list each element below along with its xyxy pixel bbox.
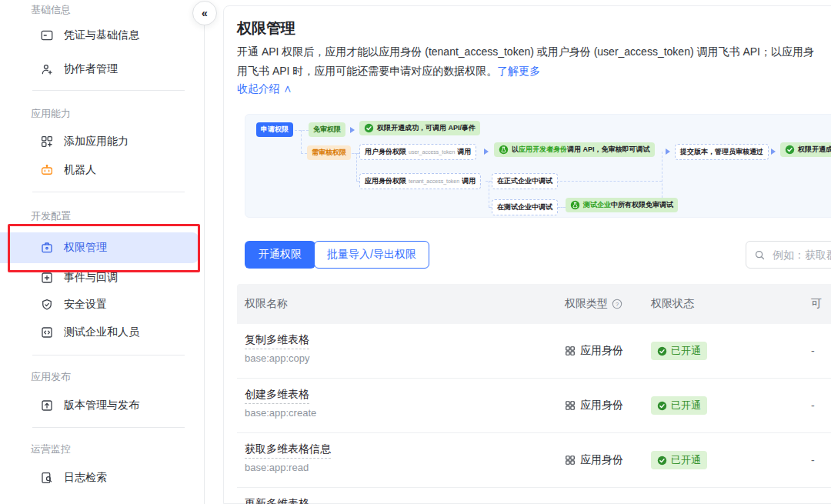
collapse-intro-link[interactable]: 收起介绍 ∧ bbox=[237, 82, 292, 96]
status-badge: 已开通 bbox=[651, 342, 707, 360]
connector bbox=[558, 207, 566, 208]
table-row: 获取多维表格信息 base:app:read 应用身份 已开通 - bbox=[237, 433, 831, 488]
sidebar-item-log-search[interactable]: 日志检索 bbox=[0, 462, 199, 493]
svg-text:?: ? bbox=[616, 301, 619, 308]
column-header-status: 权限状态 bbox=[651, 297, 694, 311]
sidebar-border bbox=[204, 23, 205, 504]
permission-search-box[interactable] bbox=[746, 241, 831, 269]
permission-flow-diagram: 申请权限 免审权限 权限开通成功，可调用 API/事件 需审核权限 用户身份权限… bbox=[245, 114, 831, 218]
sidebar-collapse-button[interactable]: « bbox=[192, 1, 217, 25]
sidebar-divider bbox=[32, 427, 185, 428]
arrow-right-icon bbox=[484, 149, 489, 155]
robot-icon bbox=[40, 163, 54, 177]
grid-add-icon bbox=[40, 135, 54, 149]
publish-up-icon bbox=[40, 399, 54, 412]
log-search-icon bbox=[40, 471, 54, 485]
check-circle-icon bbox=[657, 346, 667, 356]
table-row: 复制多维表格 base:app:copy 应用身份 已开通 - bbox=[237, 324, 831, 379]
sidebar-section-release: 应用发布 bbox=[31, 370, 71, 384]
arrow-right-icon bbox=[666, 149, 670, 155]
search-input[interactable] bbox=[771, 248, 831, 262]
check-circle-icon bbox=[364, 123, 374, 133]
diagram-node-formal-debug: 在正式企业中调试 bbox=[492, 173, 558, 189]
flask-circle-icon bbox=[499, 145, 509, 155]
sidebar-divider bbox=[32, 355, 185, 355]
intro-line-2: 用飞书 API 时，应用可能还需要申请对应的数据权限。了解更多 bbox=[237, 65, 540, 78]
permission-name-cell: 更新多维表格 bbox=[245, 496, 309, 504]
sidebar-item-label: 测试企业和人员 bbox=[64, 325, 139, 339]
permission-table: 复制多维表格 base:app:copy 应用身份 已开通 - 创建多维表格 b… bbox=[237, 324, 831, 504]
status-badge: 已开通 bbox=[651, 451, 707, 469]
square-plus-icon bbox=[40, 271, 54, 285]
table-header: 权限名称 权限类型 ? 权限状态 可 bbox=[237, 284, 831, 324]
permission-name[interactable]: 复制多维表格 bbox=[245, 333, 309, 349]
check-circle-icon bbox=[785, 145, 795, 155]
code-square-icon bbox=[40, 325, 54, 339]
table-row: 创建多维表格 base:app:create 应用身份 已开通 - bbox=[237, 379, 831, 433]
permission-code: base:app:read bbox=[245, 462, 331, 473]
credential-card-icon bbox=[40, 28, 54, 42]
permission-name-cell: 获取多维表格信息 base:app:read bbox=[245, 442, 331, 473]
diagram-node-apply: 申请权限 bbox=[256, 122, 293, 137]
permission-name[interactable]: 获取多维表格信息 bbox=[245, 442, 331, 459]
diagram-node-success: 权限开通成功，可调用 API/事件 bbox=[359, 121, 480, 135]
app-identity-grid-icon bbox=[565, 400, 576, 411]
sidebar-item-security-settings[interactable]: 安全设置 bbox=[0, 289, 199, 320]
learn-more-link[interactable]: 了解更多 bbox=[497, 65, 540, 77]
column-header-name: 权限名称 bbox=[245, 297, 288, 311]
connector bbox=[356, 153, 357, 181]
sidebar-section-basic-info: 基础信息 bbox=[31, 3, 71, 17]
diagram-node-no-review: 免审权限 bbox=[309, 122, 345, 137]
sidebar-item-label: 添加应用能力 bbox=[64, 135, 128, 149]
collapse-chevrons-icon: « bbox=[202, 7, 208, 19]
permission-code: base:app:copy bbox=[245, 352, 310, 364]
sidebar-item-label: 协作者管理 bbox=[64, 62, 118, 76]
permission-type-cell: 应用身份 bbox=[565, 379, 623, 432]
sidebar-item-test-company[interactable]: 测试企业和人员 bbox=[0, 317, 199, 348]
sidebar-item-credentials[interactable]: 凭证与基础信息 bbox=[0, 20, 199, 51]
chevron-up-icon: ∧ bbox=[283, 82, 292, 95]
sidebar-item-label: 安全设置 bbox=[64, 298, 107, 312]
shield-check-icon bbox=[40, 298, 54, 312]
page-title: 权限管理 bbox=[237, 18, 295, 38]
connector bbox=[489, 181, 489, 207]
permission-type-cell: 应用身份 bbox=[565, 324, 623, 378]
app-identity-grid-icon bbox=[565, 345, 576, 356]
sidebar-item-collaborators[interactable]: 协作者管理 bbox=[0, 54, 199, 85]
batch-import-export-button[interactable]: 批量导入/导出权限 bbox=[314, 241, 429, 269]
diagram-node-success-2: 权限开通成功，可调用 A bbox=[780, 142, 831, 157]
sidebar-item-label: 机器人 bbox=[64, 163, 96, 177]
permission-status-cell: 已开通 bbox=[651, 324, 707, 378]
permission-name-cell: 复制多维表格 base:app:copy bbox=[245, 332, 310, 364]
sidebar-section-capabilities: 应用能力 bbox=[31, 107, 71, 121]
permission-status-cell: 已开通 bbox=[651, 379, 707, 432]
diagram-node-test-success: 测试企业中所有权限免审调试 bbox=[566, 198, 678, 212]
check-circle-icon bbox=[657, 401, 667, 411]
permission-scope-cell: - bbox=[811, 433, 815, 487]
check-circle-icon bbox=[657, 456, 667, 466]
diagram-node-user-permission: 用户身份权限user_access_token调用 bbox=[359, 144, 476, 160]
connector bbox=[352, 153, 359, 154]
column-header-type: 权限类型 ? bbox=[565, 297, 622, 311]
permission-status-cell: 已开通 bbox=[651, 488, 707, 504]
connector bbox=[295, 130, 309, 131]
connector bbox=[662, 152, 662, 198]
sidebar-item-add-capability[interactable]: 添加应用能力 bbox=[0, 126, 199, 157]
open-permission-button[interactable]: 开通权限 bbox=[245, 241, 315, 269]
sidebar-item-version-release[interactable]: 版本管理与发布 bbox=[0, 390, 199, 421]
sidebar-item-permission-management[interactable]: 权限管理 bbox=[0, 232, 199, 263]
arrow-right-icon bbox=[771, 149, 776, 155]
diagram-node-submit-version: 提交版本，管理员审核通过 bbox=[675, 144, 769, 160]
main-content-panel: 权限管理 开通 API 权限后，应用才能以应用身份 (tenant_access… bbox=[223, 5, 831, 504]
permission-status-cell: 已开通 bbox=[651, 433, 707, 487]
sidebar-item-bot[interactable]: 机器人 bbox=[0, 155, 199, 185]
status-badge: 已开通 bbox=[651, 396, 707, 415]
sidebar-item-label: 事件与回调 bbox=[64, 271, 118, 285]
diagram-node-test-debug: 在测试企业中调试 bbox=[492, 199, 558, 215]
help-circle-icon[interactable]: ? bbox=[612, 299, 622, 309]
permission-name[interactable]: 创建多维表格 bbox=[245, 388, 309, 404]
permission-name[interactable]: 更新多维表格 bbox=[245, 497, 309, 504]
sidebar-item-events-callbacks[interactable]: 事件与回调 bbox=[0, 262, 199, 293]
permission-scope-cell: - bbox=[811, 379, 815, 432]
magnifier-icon bbox=[754, 249, 766, 261]
